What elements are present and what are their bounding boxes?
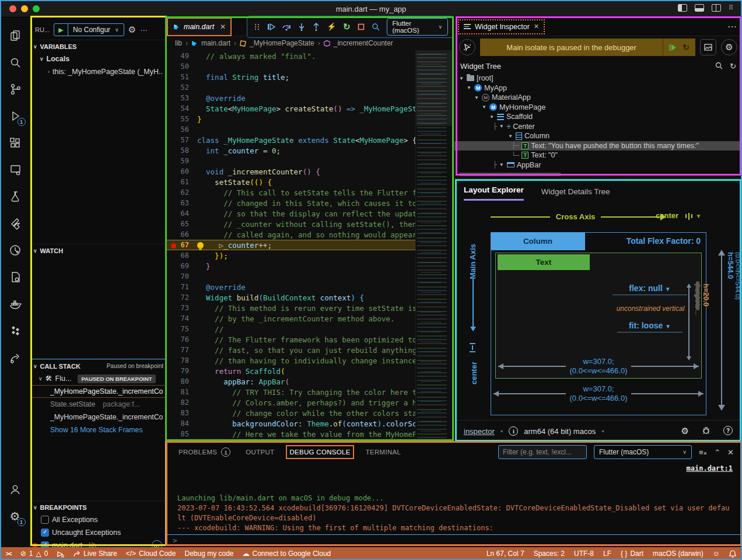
fit-dropdown[interactable]: fit: loose ▼ <box>617 321 682 332</box>
stop-icon[interactable] <box>357 22 365 32</box>
tab-main-dart[interactable]: main.dart ✕ <box>167 18 232 36</box>
bug-report-icon[interactable] <box>702 426 710 436</box>
accounts-icon[interactable] <box>0 476 30 503</box>
tab-output[interactable]: OUTPUT <box>246 449 274 456</box>
clear-console-icon[interactable]: ≡✕ <box>699 448 707 457</box>
launch-config-dropdown[interactable]: No Configur∨ <box>68 26 124 34</box>
code-editor[interactable]: 49 // always marked "final".5051 final S… <box>167 50 415 442</box>
stack-frame-active[interactable]: _MyHomePageState._incrementCo <box>30 385 167 398</box>
cloud-code-button[interactable]: </>Cloud Code <box>126 550 176 558</box>
toggle-secondary-sidebar-icon[interactable] <box>712 4 721 12</box>
call-stack-header[interactable]: ∨CALL STACKPaused on breakpoint <box>30 359 167 372</box>
tree-row-materialapp[interactable]: ▼MMaterialApp <box>454 93 742 103</box>
tab-layout-explorer[interactable]: Layout Explorer <box>464 186 524 201</box>
restart-icon[interactable]: ↻ <box>342 22 351 32</box>
more-actions-icon[interactable]: ⋯ <box>727 21 737 32</box>
show-more-frames-link[interactable]: Show 16 More Stack Frames <box>30 424 167 436</box>
tab-terminal[interactable]: TERMINAL <box>366 449 401 456</box>
tree-row-text-selected[interactable]: ├─TText: "You have pushed the button thi… <box>454 141 742 151</box>
text-widget-tab[interactable]: Text <box>498 254 590 270</box>
screenshot-icon[interactable] <box>700 39 716 55</box>
source-location-link[interactable]: main.dart:1 <box>687 464 733 474</box>
timeline-icon[interactable] <box>0 237 30 264</box>
cursor-position[interactable]: Ln 67, Col 7 <box>487 550 524 558</box>
inspector-footer-link[interactable]: inspector <box>464 427 495 436</box>
cross-axis-alignment[interactable]: center ▼ <box>656 211 701 220</box>
breadcrumb-class[interactable]: _MyHomePageState <box>250 39 314 47</box>
tab-problems[interactable]: PROBLEMS1 <box>178 447 230 457</box>
explorer-icon[interactable] <box>0 22 30 49</box>
tree-row-text[interactable]: └─TText: "0" <box>454 150 742 160</box>
close-icon[interactable]: ✕ <box>534 23 539 30</box>
devtools-settings-gear-icon[interactable]: ⚙ <box>681 426 689 436</box>
breakpoint-dot-icon[interactable] <box>171 243 176 249</box>
main-axis-alignment[interactable]: center <box>470 362 478 384</box>
tree-row-root[interactable]: ▼[root] <box>454 74 742 83</box>
inspector-settings-gear-icon[interactable]: ⚙ <box>721 39 737 55</box>
minimap-slider[interactable] <box>416 50 454 126</box>
encoding[interactable]: UTF-8 <box>574 550 594 558</box>
console-filter-input[interactable] <box>498 445 587 459</box>
lightbulb-icon[interactable] <box>197 242 204 249</box>
continue-icon[interactable] <box>267 22 275 32</box>
variables-header[interactable]: ∨VARIABLES <box>30 40 167 52</box>
maximize-panel-icon[interactable]: ⌃ <box>714 448 720 457</box>
gemini-icon[interactable] <box>0 317 30 344</box>
console-session-dropdown[interactable]: Flutter (macOS)∨ <box>594 445 692 459</box>
debug-session-row[interactable]: ∨🛠Flu...PAUSED ON BREAKPOINT <box>30 372 167 385</box>
refresh-icon[interactable]: ↻ <box>730 62 736 71</box>
tab-widget-inspector[interactable]: Widget Inspector ✕ <box>459 20 544 33</box>
select-widget-mode-button[interactable] <box>459 39 475 55</box>
extensions-icon[interactable] <box>0 130 30 156</box>
tree-row-appbar[interactable]: ├▼AppBar <box>454 160 742 170</box>
drag-handle-icon[interactable] <box>253 22 261 32</box>
checkbox-unchecked[interactable] <box>41 516 49 524</box>
search-icon[interactable] <box>0 49 30 76</box>
hot-restart-icon[interactable]: ↻ <box>682 43 690 52</box>
tree-row-scaffold[interactable]: ▼Scaffold <box>454 112 742 122</box>
debug-my-code-button[interactable]: Debug my code <box>184 550 233 558</box>
step-over-icon[interactable] <box>282 22 291 32</box>
close-panel-icon[interactable]: ✕ <box>727 448 734 457</box>
chevron-down-icon[interactable]: ▼ <box>459 76 464 81</box>
breakpoint-main-dart[interactable]: main.dartlib67 <box>30 539 167 547</box>
settings-gear-icon[interactable]: ⚙1 <box>0 503 30 530</box>
start-debug-icon[interactable]: ▶ <box>54 23 68 36</box>
live-share-button[interactable]: Live Share <box>73 550 117 558</box>
cloud-code-file-icon[interactable] <box>0 264 30 290</box>
remote-explorer-icon[interactable] <box>0 156 30 183</box>
stack-frame[interactable]: State.setStatepackage:f... <box>30 398 167 411</box>
connect-google-cloud-button[interactable]: ☁Connect to Google Cloud <box>243 550 331 558</box>
resume-icon[interactable] <box>669 44 677 51</box>
step-into-icon[interactable] <box>298 22 306 32</box>
testing-icon[interactable] <box>0 183 30 210</box>
notifications-bell-icon[interactable] <box>729 550 736 558</box>
device-selector-dropdown[interactable]: Flutter (macOS)∨ <box>387 18 449 36</box>
debug-console-output[interactable]: main.dart:1 Launching lib/main.dart on m… <box>167 462 742 534</box>
help-icon[interactable]: ? <box>723 426 733 435</box>
breakpoint-all-exceptions[interactable]: All Exceptions <box>30 513 167 526</box>
breadcrumb-method[interactable]: _incrementCounter <box>334 39 393 47</box>
language-mode[interactable]: { }Dart <box>621 550 643 558</box>
toggle-sidebar-icon[interactable] <box>678 4 687 12</box>
tree-row-center[interactable]: ├▼÷Center <box>454 122 742 132</box>
indentation[interactable]: Spaces: 2 <box>534 550 565 558</box>
tab-widget-details-tree[interactable]: Widget Details Tree <box>541 187 610 201</box>
tree-row-column[interactable]: ▼Column <box>454 131 742 141</box>
locals-row[interactable]: ∨Locals <box>30 52 167 65</box>
horizontal-scrollbar[interactable] <box>459 173 561 176</box>
feedback-icon[interactable]: ☺ <box>713 550 720 558</box>
close-icon[interactable]: ✕ <box>220 23 226 31</box>
breadcrumb-file[interactable]: main.dart <box>201 39 230 47</box>
minimap[interactable] <box>415 50 454 442</box>
tab-debug-console[interactable]: DEBUG CONSOLE <box>289 449 350 456</box>
debug-console-input[interactable]: > <box>167 534 742 547</box>
watch-header[interactable]: ∨WATCH <box>30 244 167 257</box>
checkbox-checked[interactable] <box>41 541 49 547</box>
search-icon[interactable] <box>715 62 723 69</box>
problems-status[interactable]: ⊘1△0 <box>20 550 48 558</box>
tree-row-myhomepage[interactable]: ▼MMyHomePage <box>454 103 742 113</box>
source-control-icon[interactable] <box>0 76 30 103</box>
flex-dropdown[interactable]: flex: null ▼ <box>612 284 687 295</box>
alignment-icon[interactable] <box>470 342 475 354</box>
